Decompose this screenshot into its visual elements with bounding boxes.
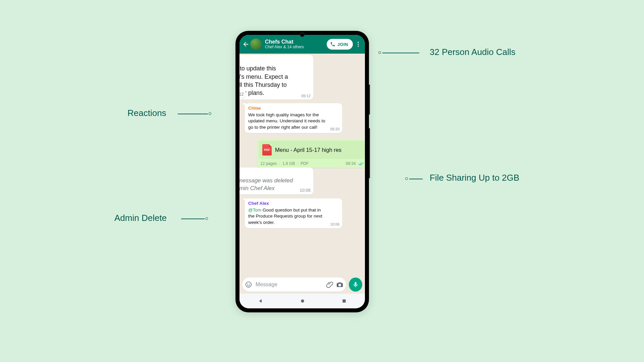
message-sender: Chef Alex bbox=[239, 57, 310, 64]
file-size: 1.8 GB bbox=[282, 161, 295, 166]
svg-point-2 bbox=[358, 46, 359, 47]
file-time-status: 09:34 bbox=[346, 161, 364, 166]
chat-subtitle: Chef Alex & 14 others bbox=[265, 45, 327, 50]
leader-dot bbox=[209, 112, 211, 115]
svg-point-1 bbox=[358, 44, 359, 45]
read-receipt-icon bbox=[358, 161, 364, 166]
leader-dot bbox=[205, 217, 208, 220]
pdf-icon: PDF bbox=[262, 144, 272, 156]
user-mention[interactable]: @Tom bbox=[248, 207, 261, 213]
message-sender: Chloe bbox=[248, 105, 339, 111]
message-bubble[interactable]: Chef Alex @Tom Good question but put tha… bbox=[245, 198, 342, 228]
leader-line bbox=[409, 179, 423, 179]
annotation-file-sharing: File Sharing Up to 2GB bbox=[430, 173, 519, 183]
square-recents-icon bbox=[341, 298, 347, 304]
chat-name: Chefs Chat bbox=[265, 39, 327, 45]
nav-home-button[interactable] bbox=[300, 298, 305, 304]
paperclip-icon bbox=[326, 281, 333, 288]
svg-point-6 bbox=[339, 284, 340, 286]
file-type: PDF bbox=[301, 161, 309, 166]
message-bubble[interactable]: Chloe We took high quality images for th… bbox=[245, 103, 342, 133]
reaction-count: 12 bbox=[239, 92, 244, 97]
message-time: 10:06 bbox=[330, 222, 339, 227]
emoji-button[interactable] bbox=[245, 281, 252, 288]
camera-button[interactable] bbox=[336, 281, 343, 288]
back-button[interactable] bbox=[242, 41, 250, 48]
svg-point-7 bbox=[301, 299, 304, 302]
message-input-bar bbox=[239, 276, 365, 294]
chat-header: Chefs Chat Chef Alex & 14 others JOIN bbox=[239, 35, 365, 54]
arrow-left-icon bbox=[242, 41, 250, 48]
annotation-reactions: Reactions bbox=[127, 108, 166, 118]
file-message-bubble[interactable]: PDF Menu - April 15-17 high res 12 pages… bbox=[257, 139, 365, 168]
voice-message-button[interactable] bbox=[349, 278, 362, 292]
message-text: Working to update this weekend's menu. E… bbox=[239, 64, 310, 98]
file-meta-text: 12 pages · 1.8 GB · PDF bbox=[260, 161, 309, 166]
message-text-input[interactable] bbox=[255, 281, 323, 288]
deleted-message-text: This message was deleted by admin Chef A… bbox=[239, 177, 294, 192]
file-attachment[interactable]: PDF Menu - April 15-17 high res bbox=[259, 141, 365, 159]
kebab-icon bbox=[355, 41, 362, 48]
file-name: Menu - April 15-17 high res bbox=[275, 147, 341, 153]
message-time: 09:33 bbox=[330, 127, 339, 132]
svg-point-0 bbox=[358, 42, 359, 43]
smiley-icon bbox=[245, 281, 252, 288]
svg-point-5 bbox=[249, 284, 250, 284]
join-call-button[interactable]: JOIN bbox=[327, 39, 353, 50]
leader-dot bbox=[378, 51, 381, 54]
nav-back-button[interactable] bbox=[258, 298, 264, 304]
join-label: JOIN bbox=[337, 42, 348, 47]
android-nav-bar bbox=[239, 294, 365, 308]
phone-camera bbox=[300, 32, 305, 37]
annotation-admin-delete: Admin Delete bbox=[114, 213, 167, 223]
svg-point-4 bbox=[247, 284, 248, 284]
file-pages: 12 pages bbox=[260, 161, 277, 166]
leader-line bbox=[382, 53, 419, 53]
annotation-audio-calls: 32 Person Audio Calls bbox=[430, 47, 516, 57]
message-sender: Tom bbox=[239, 170, 310, 176]
message-time: 10:06 bbox=[300, 187, 311, 193]
message-text: @Tom Good question but put that in the P… bbox=[248, 207, 339, 226]
leader-line bbox=[178, 114, 208, 114]
chat-avatar[interactable] bbox=[250, 39, 262, 50]
mic-icon bbox=[352, 281, 359, 288]
message-text: We took high quality images for the upda… bbox=[248, 112, 339, 131]
chat-title-block[interactable]: Chefs Chat Chef Alex & 14 others bbox=[265, 39, 327, 50]
phone-frame: Chefs Chat Chef Alex & 14 others JOIN Ch… bbox=[235, 31, 369, 312]
promo-stage: 32 Person Audio Calls Reactions File Sha… bbox=[0, 0, 644, 362]
leader-dot bbox=[405, 177, 408, 180]
phone-screen: Chefs Chat Chef Alex & 14 others JOIN Ch… bbox=[239, 35, 365, 308]
phone-icon bbox=[330, 42, 335, 47]
svg-rect-8 bbox=[342, 299, 345, 302]
message-sender: Chef Alex bbox=[248, 200, 339, 206]
attach-button[interactable] bbox=[326, 281, 333, 288]
chat-body[interactable]: Chef Alex Working to update this weekend… bbox=[239, 54, 365, 276]
more-options-button[interactable] bbox=[354, 41, 362, 48]
message-bubble[interactable]: Chef Alex Working to update this weekend… bbox=[239, 55, 313, 100]
message-input-pill[interactable] bbox=[242, 278, 346, 292]
message-time: 09:34 bbox=[346, 161, 356, 166]
message-time: 09:12 bbox=[301, 94, 311, 99]
deleted-message-bubble[interactable]: Tom This message was deleted by admin Ch… bbox=[239, 168, 313, 194]
nav-recents-button[interactable] bbox=[341, 298, 347, 304]
triangle-back-icon bbox=[258, 298, 264, 304]
leader-line bbox=[181, 219, 205, 219]
camera-icon bbox=[336, 281, 343, 288]
svg-point-3 bbox=[246, 282, 252, 288]
circle-home-icon bbox=[300, 298, 305, 304]
